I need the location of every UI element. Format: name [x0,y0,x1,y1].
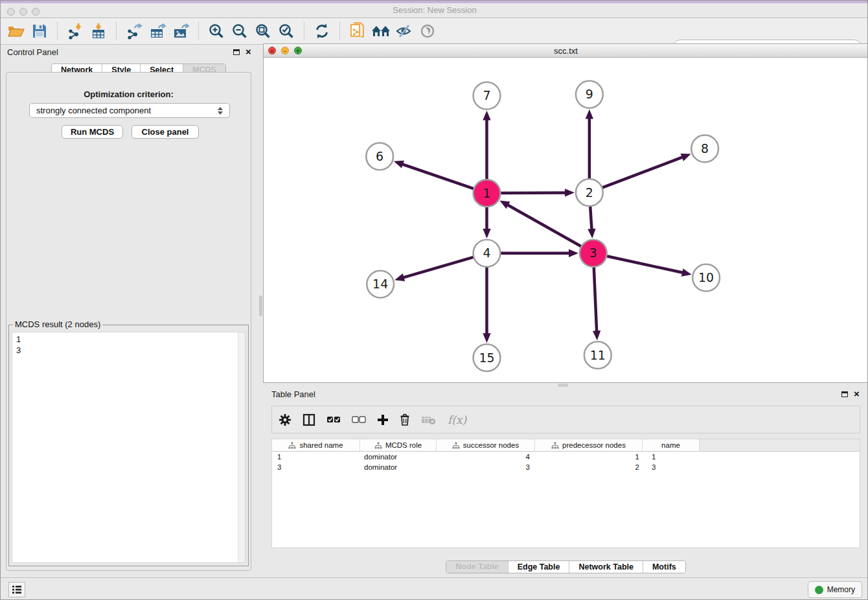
delete-column-button[interactable] [400,413,410,426]
show-column-button[interactable] [303,413,315,426]
window-title: Session: New Session [1,5,868,15]
import-table-icon [90,23,107,40]
graph-node-2[interactable]: 2 [576,179,603,206]
tab-node-table[interactable]: Node Table [446,561,507,573]
tab-network-table[interactable]: Network Table [569,561,643,573]
zoom-fit-button[interactable] [251,20,275,42]
svg-text:8: 8 [701,141,709,156]
refresh-icon [314,23,330,40]
graph-node-8[interactable]: 8 [691,135,718,163]
graph-edge-3-1[interactable] [507,205,593,253]
cell-MCDS-role: dominator [360,463,437,471]
graph-node-15[interactable]: 15 [474,344,501,371]
open-session-button[interactable] [5,20,28,42]
splitter-handle[interactable] [558,384,568,387]
mcds-result-area[interactable]: 1 3 [12,332,246,563]
column-label: predecessor nodes [562,441,626,449]
mcds-result-title: MCDS result (2 nodes) [13,319,102,329]
memory-label: Memory [827,585,855,594]
optimization-criterion-dropdown[interactable]: strongly connected component [29,103,230,118]
close-panel-icon[interactable]: × [854,391,860,397]
save-session-button[interactable] [28,20,51,42]
zoom-selected-button[interactable] [275,20,298,42]
close-panel-icon[interactable]: × [246,49,251,55]
sort-hierarchy-icon [374,442,382,449]
splitter-thumb[interactable] [259,295,262,316]
svg-text:9: 9 [586,87,593,101]
run-mcds-button[interactable]: Run MCDS [62,125,123,139]
graph-edge-2-8[interactable] [589,157,683,192]
first-neighbors-button[interactable] [369,20,393,42]
graph-node-4[interactable]: 4 [474,240,501,267]
result-scrollbar[interactable] [238,332,245,562]
zoom-selected-icon [278,23,295,40]
eye-slash-icon [395,23,413,39]
table-row-1[interactable]: 1dominator411 [272,452,860,462]
svg-text:14: 14 [372,277,388,291]
hide-selected-button[interactable] [393,20,416,42]
cell-successor-nodes: 4 [437,453,535,461]
memory-button[interactable]: Memory [808,581,862,598]
table-panel-tabs: Node TableEdge TableNetwork TableMotifs [263,560,868,573]
tab-edge-table[interactable]: Edge Table [508,561,569,573]
import-network-icon [67,23,84,40]
main-toolbar [1,18,868,45]
table-toolbar: f(x) [271,406,860,433]
cell-predecessor-nodes: 2 [535,463,643,471]
create-column-button[interactable] [377,414,389,426]
table-panel-window-controls: × [841,391,860,397]
graph-node-9[interactable]: 9 [576,81,603,108]
graph-node-1[interactable]: 1 [474,179,501,207]
checked-boxes-icon [326,415,341,424]
graph-node-11[interactable]: 11 [584,341,611,369]
mcds-result-text[interactable]: 1 3 [12,332,245,357]
export-network-button[interactable] [122,20,146,42]
cell-successor-nodes: 3 [437,463,535,471]
table-settings-button[interactable] [279,413,291,426]
zoom-in-button[interactable] [205,20,228,42]
graph-edge-arrowhead [483,333,490,343]
network-canvas[interactable]: 7968124314101511 [264,58,868,382]
toolbar-separator [116,22,117,40]
network-view-window: × − + scc.txt 7968124314101511 [263,43,868,383]
titlebar: Session: New Session [1,1,868,18]
import-table-button[interactable] [87,20,110,42]
column-label: shared name [299,441,343,449]
graph-node-6[interactable]: 6 [366,143,393,170]
task-history-button[interactable] [8,582,25,597]
graph-node-10[interactable]: 10 [692,264,720,292]
export-image-button[interactable] [169,20,192,42]
svg-text:15: 15 [479,351,494,365]
table-row-2[interactable]: 3dominator323 [272,462,860,472]
close-panel-button[interactable]: Close panel [131,125,199,139]
column-header-successor-nodes[interactable]: successor nodes [437,439,535,451]
cell-shared-name: 1 [272,453,360,461]
sort-hierarchy-icon [288,442,296,449]
svg-text:11: 11 [590,348,606,362]
tab-motifs[interactable]: Motifs [643,561,685,573]
import-network-button[interactable] [63,20,87,42]
column-header-predecessor-nodes[interactable]: predecessor nodes [535,439,643,451]
graph-node-14[interactable]: 14 [367,271,394,298]
float-panel-icon[interactable] [841,391,848,397]
column-header-MCDS-role[interactable]: MCDS role [360,439,437,451]
float-panel-icon[interactable] [233,49,240,55]
select-all-rows-button[interactable] [326,415,341,424]
apply-layout-button[interactable] [310,20,334,42]
column-header-name[interactable]: name [643,439,700,451]
function-builder-button: f(x) [448,413,466,426]
control-panel-title: Control Panel [7,47,58,57]
deselect-all-rows-button[interactable] [352,415,366,424]
graph-node-3[interactable]: 3 [580,240,607,267]
control-panel-window-controls: × [233,49,251,55]
show-all-button[interactable] [416,20,439,42]
new-network-from-selection-button[interactable] [346,20,369,42]
graph-edge-arrowhead [394,273,405,281]
graph-node-7[interactable]: 7 [474,82,501,110]
zoom-out-button[interactable] [228,20,251,42]
column-header-shared-name[interactable]: shared name [272,439,360,451]
export-image-icon [172,23,190,40]
node-table-header: shared nameMCDS rolesuccessor nodesprede… [272,439,860,452]
status-bar: Memory [1,577,868,600]
export-table-button[interactable] [146,20,169,42]
